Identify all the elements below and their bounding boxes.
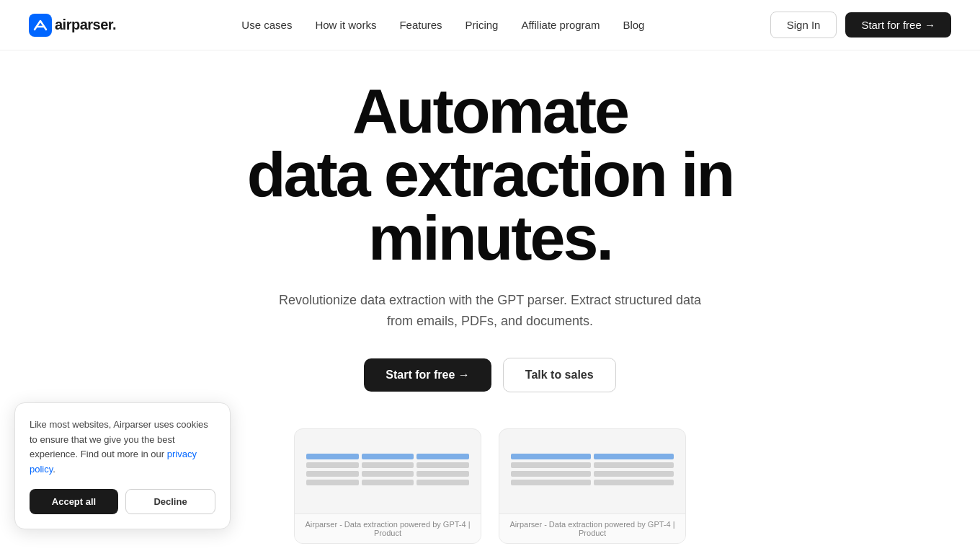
mock-data-cell <box>306 462 359 468</box>
nav-item-how-it-works[interactable]: How it works <box>315 19 376 32</box>
cookie-period: . <box>53 464 55 475</box>
nav-item-pricing[interactable]: Pricing <box>466 19 499 32</box>
mock-data-cell <box>362 471 414 477</box>
hero-talk-to-sales-button[interactable]: Talk to sales <box>503 358 616 392</box>
hero-line1: Automate <box>122 79 858 143</box>
nav-link-use-cases[interactable]: Use cases <box>241 19 292 31</box>
preview-card-1-inner <box>295 429 481 513</box>
mock-header-cell <box>511 454 591 459</box>
mock-header-cell <box>416 454 469 459</box>
mock-table-1 <box>306 454 469 488</box>
cookie-banner: Like most websites, Airparser uses cooki… <box>14 402 231 529</box>
mock-data-cell <box>362 462 414 468</box>
mock-data-cell <box>594 462 674 468</box>
nav-item-features[interactable]: Features <box>399 19 442 32</box>
svg-rect-0 <box>29 14 52 37</box>
hero-cta: Start for free → Talk to sales <box>0 358 980 392</box>
mock-data-cell <box>594 480 674 485</box>
preview-label-2: Airparser - Data extraction powered by G… <box>499 513 685 543</box>
mock-data-cell <box>306 480 359 485</box>
mock-header-cell <box>362 454 414 459</box>
mock-table-2 <box>511 454 674 488</box>
cookie-text: Like most websites, Airparser uses cooki… <box>30 418 215 477</box>
hero-subtext: Revolutionize data extraction with the G… <box>274 290 706 332</box>
mock-data-cell <box>416 462 469 468</box>
logo[interactable]: airparser. <box>29 14 116 37</box>
nav-item-blog[interactable]: Blog <box>623 19 644 32</box>
nav-item-affiliate[interactable]: Affiliate program <box>521 19 600 32</box>
mock-data-cell <box>511 480 591 485</box>
mock-header-cell <box>306 454 359 459</box>
hero-start-free-button[interactable]: Start for free → <box>364 358 491 392</box>
hero-line3: minutes. <box>122 206 858 270</box>
nav-link-how-it-works[interactable]: How it works <box>315 19 376 31</box>
cookie-actions: Accept all Decline <box>30 489 215 514</box>
nav-actions: Sign In Start for free → <box>770 12 951 38</box>
preview-card-2-inner <box>499 429 685 513</box>
nav-item-use-cases[interactable]: Use cases <box>241 19 292 32</box>
nav-link-pricing[interactable]: Pricing <box>466 19 499 31</box>
nav-links: Use cases How it works Features Pricing … <box>241 19 644 32</box>
mock-data-cell <box>594 471 674 477</box>
mock-header-cell <box>594 454 674 459</box>
mock-data-cell <box>416 471 469 477</box>
hero-headline: Automate data extraction in minutes. <box>94 79 886 270</box>
mock-data-cell <box>511 462 591 468</box>
navbar: airparser. Use cases How it works Featur… <box>0 0 980 50</box>
nav-link-features[interactable]: Features <box>399 19 442 31</box>
start-free-button[interactable]: Start for free → <box>845 12 951 38</box>
nav-link-affiliate[interactable]: Affiliate program <box>521 19 600 31</box>
mock-data-cell <box>511 471 591 477</box>
cookie-accept-button[interactable]: Accept all <box>30 489 118 514</box>
airparser-logo-icon <box>29 14 52 37</box>
mock-data-cell <box>306 471 359 477</box>
preview-card-1: Airparser - Data extraction powered by G… <box>294 428 481 544</box>
mock-data-cell <box>362 480 414 485</box>
preview-label-1: Airparser - Data extraction powered by G… <box>295 513 481 543</box>
mock-data-cell <box>416 480 469 485</box>
cookie-decline-button[interactable]: Decline <box>125 489 215 514</box>
sign-in-button[interactable]: Sign In <box>770 12 837 38</box>
logo-text: airparser. <box>55 17 116 33</box>
hero-line2: data extraction in <box>122 143 858 206</box>
preview-card-2: Airparser - Data extraction powered by G… <box>499 428 686 544</box>
nav-link-blog[interactable]: Blog <box>623 19 644 31</box>
